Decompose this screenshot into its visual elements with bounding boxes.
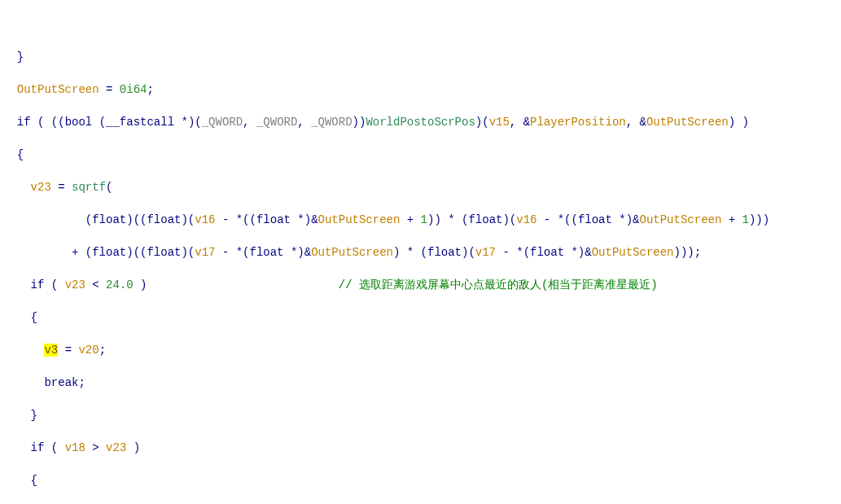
function-sqrtf: sqrtf — [72, 181, 106, 194]
brace: } — [3, 50, 24, 64]
keyword-if: if — [31, 441, 45, 454]
code-line: (float)((float)(v16 - *((float *)&OutPut… — [3, 212, 841, 228]
code-line: } — [3, 407, 841, 423]
keyword-if: if — [31, 278, 45, 291]
identifier-playerposition: PlayerPosition — [530, 116, 626, 129]
comment: // 选取距离游戏屏幕中心点最近的敌人(相当于距离准星最近) — [339, 278, 658, 291]
function-worldpostoscrpos: WorldPostoScrPos — [366, 116, 475, 129]
code-line: } — [3, 49, 841, 65]
code-line: OutPutScreen = 0i64; — [3, 81, 841, 98]
code-line: v23 = sqrtf( — [3, 179, 841, 195]
keyword-if: if — [17, 116, 31, 129]
literal: 0i64 — [120, 83, 147, 96]
code-line: + (float)((float)(v17 - *(float *)&OutPu… — [3, 244, 841, 261]
code-line: { — [3, 147, 841, 163]
code-line: if ( v18 > v23 ) — [3, 440, 841, 456]
code-line: break; — [3, 375, 841, 391]
keyword-break: break — [44, 376, 78, 389]
code-line: if ( ((bool (__fastcall *)(_QWORD, _QWOR… — [3, 114, 841, 130]
code-line: { — [3, 309, 841, 326]
highlighted-v3: v3 — [44, 344, 58, 357]
identifier-outputscreen: OutPutScreen — [17, 83, 99, 96]
code-line: { — [3, 472, 841, 489]
code-line: v3 = v20; — [3, 342, 841, 358]
code-line: if ( v23 < 24.0 ) // 选取距离游戏屏幕中心点最近的敌人(相当… — [3, 277, 841, 293]
